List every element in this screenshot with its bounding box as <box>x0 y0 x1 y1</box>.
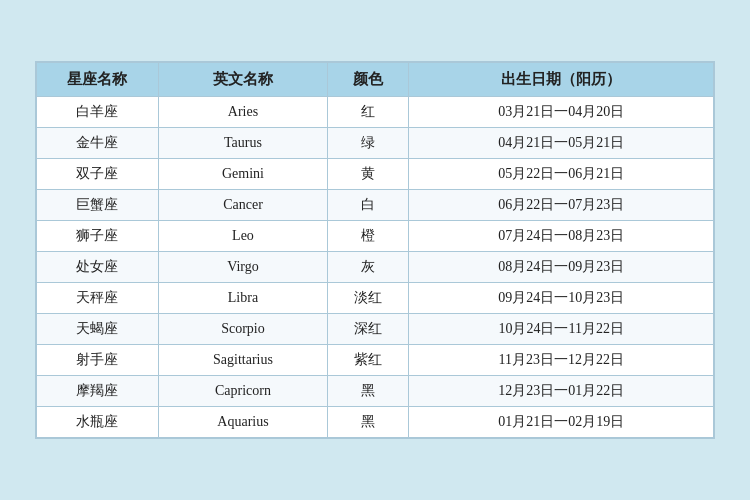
cell-en: Libra <box>158 283 327 314</box>
cell-en: Taurus <box>158 128 327 159</box>
cell-date: 08月24日一09月23日 <box>409 252 714 283</box>
cell-zh: 金牛座 <box>37 128 159 159</box>
cell-zh: 天秤座 <box>37 283 159 314</box>
table-row: 天蝎座Scorpio深红10月24日一11月22日 <box>37 314 714 345</box>
cell-date: 06月22日一07月23日 <box>409 190 714 221</box>
cell-date: 01月21日一02月19日 <box>409 407 714 438</box>
cell-en: Scorpio <box>158 314 327 345</box>
header-en: 英文名称 <box>158 63 327 97</box>
cell-color: 红 <box>328 97 409 128</box>
cell-color: 黑 <box>328 407 409 438</box>
table-row: 处女座Virgo灰08月24日一09月23日 <box>37 252 714 283</box>
cell-date: 09月24日一10月23日 <box>409 283 714 314</box>
cell-color: 橙 <box>328 221 409 252</box>
cell-date: 05月22日一06月21日 <box>409 159 714 190</box>
cell-color: 黄 <box>328 159 409 190</box>
cell-en: Cancer <box>158 190 327 221</box>
cell-date: 07月24日一08月23日 <box>409 221 714 252</box>
cell-date: 12月23日一01月22日 <box>409 376 714 407</box>
cell-en: Aries <box>158 97 327 128</box>
table-row: 水瓶座Aquarius黑01月21日一02月19日 <box>37 407 714 438</box>
header-date: 出生日期（阳历） <box>409 63 714 97</box>
table-row: 双子座Gemini黄05月22日一06月21日 <box>37 159 714 190</box>
cell-color: 深红 <box>328 314 409 345</box>
cell-zh: 处女座 <box>37 252 159 283</box>
cell-color: 绿 <box>328 128 409 159</box>
table-row: 摩羯座Capricorn黑12月23日一01月22日 <box>37 376 714 407</box>
cell-zh: 双子座 <box>37 159 159 190</box>
cell-color: 紫红 <box>328 345 409 376</box>
header-color: 颜色 <box>328 63 409 97</box>
cell-en: Aquarius <box>158 407 327 438</box>
table-row: 金牛座Taurus绿04月21日一05月21日 <box>37 128 714 159</box>
cell-zh: 狮子座 <box>37 221 159 252</box>
cell-color: 灰 <box>328 252 409 283</box>
cell-date: 10月24日一11月22日 <box>409 314 714 345</box>
table-header-row: 星座名称 英文名称 颜色 出生日期（阳历） <box>37 63 714 97</box>
cell-en: Sagittarius <box>158 345 327 376</box>
cell-en: Virgo <box>158 252 327 283</box>
table-row: 狮子座Leo橙07月24日一08月23日 <box>37 221 714 252</box>
cell-date: 03月21日一04月20日 <box>409 97 714 128</box>
cell-color: 淡红 <box>328 283 409 314</box>
cell-zh: 白羊座 <box>37 97 159 128</box>
cell-zh: 巨蟹座 <box>37 190 159 221</box>
table-row: 天秤座Libra淡红09月24日一10月23日 <box>37 283 714 314</box>
table-row: 巨蟹座Cancer白06月22日一07月23日 <box>37 190 714 221</box>
table-row: 射手座Sagittarius紫红11月23日一12月22日 <box>37 345 714 376</box>
zodiac-table-container: 星座名称 英文名称 颜色 出生日期（阳历） 白羊座Aries红03月21日一04… <box>35 61 715 439</box>
cell-zh: 天蝎座 <box>37 314 159 345</box>
cell-en: Capricorn <box>158 376 327 407</box>
cell-zh: 摩羯座 <box>37 376 159 407</box>
cell-color: 黑 <box>328 376 409 407</box>
table-row: 白羊座Aries红03月21日一04月20日 <box>37 97 714 128</box>
cell-color: 白 <box>328 190 409 221</box>
cell-date: 11月23日一12月22日 <box>409 345 714 376</box>
header-zh: 星座名称 <box>37 63 159 97</box>
cell-zh: 水瓶座 <box>37 407 159 438</box>
cell-en: Gemini <box>158 159 327 190</box>
zodiac-table: 星座名称 英文名称 颜色 出生日期（阳历） 白羊座Aries红03月21日一04… <box>36 62 714 438</box>
cell-en: Leo <box>158 221 327 252</box>
cell-date: 04月21日一05月21日 <box>409 128 714 159</box>
table-body: 白羊座Aries红03月21日一04月20日金牛座Taurus绿04月21日一0… <box>37 97 714 438</box>
cell-zh: 射手座 <box>37 345 159 376</box>
